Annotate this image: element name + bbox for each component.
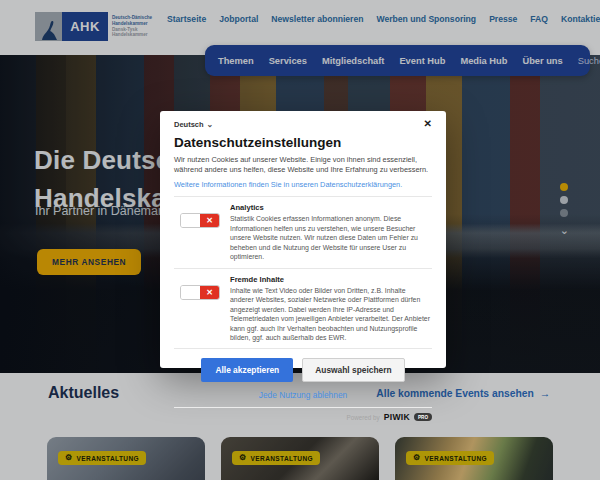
accept-all-button[interactable]: Alle akzeptieren bbox=[201, 358, 293, 382]
consent-row-fremde-inhalte: ✕ Fremde Inhalte Inhalte wie Text Video … bbox=[174, 269, 432, 350]
consent-name: Fremde Inhalte bbox=[230, 275, 430, 284]
consent-row-analytics: ✕ Analytics Statistik Cookies erfassen I… bbox=[174, 197, 432, 268]
toggle-off-icon: ✕ bbox=[200, 214, 219, 227]
consent-options: ✕ Analytics Statistik Cookies erfassen I… bbox=[174, 196, 432, 349]
toggle-off-icon: ✕ bbox=[200, 286, 219, 299]
dialog-title: Datenschutzeinstellungen bbox=[174, 135, 432, 150]
consent-name: Analytics bbox=[230, 203, 430, 212]
piwik-logo: PIWIK bbox=[384, 412, 410, 422]
chevron-down-icon: ⌄ bbox=[207, 120, 214, 129]
dialog-intro-text: Wir nutzen Cookies auf unserer Website. … bbox=[174, 155, 432, 175]
analytics-toggle[interactable]: ✕ bbox=[180, 213, 220, 228]
toggle-knob bbox=[181, 214, 200, 227]
save-selection-button[interactable]: Auswahl speichern bbox=[302, 358, 404, 382]
privacy-settings-dialog: Deutsch ⌄ ✕ Datenschutzeinstellungen Wir… bbox=[160, 111, 446, 368]
privacy-policy-link[interactable]: Weitere Informationen finden Sie in unse… bbox=[174, 180, 432, 189]
language-selector[interactable]: Deutsch ⌄ bbox=[174, 120, 213, 129]
powered-by-label: Powered by bbox=[346, 414, 379, 421]
reject-all-link[interactable]: Jede Nutzung ablehnen bbox=[174, 390, 432, 400]
piwik-pro-badge: PRO bbox=[414, 413, 432, 421]
close-icon[interactable]: ✕ bbox=[424, 119, 432, 129]
consent-description: Inhalte wie Text Video oder Bilder von D… bbox=[230, 286, 430, 343]
consent-description: Statistik Cookies erfassen Informationen… bbox=[230, 214, 430, 261]
toggle-knob bbox=[181, 286, 200, 299]
language-selector-label: Deutsch bbox=[174, 120, 204, 129]
fremde-inhalte-toggle[interactable]: ✕ bbox=[180, 285, 220, 300]
dialog-footer: Powered by PIWIK PRO bbox=[174, 407, 432, 422]
